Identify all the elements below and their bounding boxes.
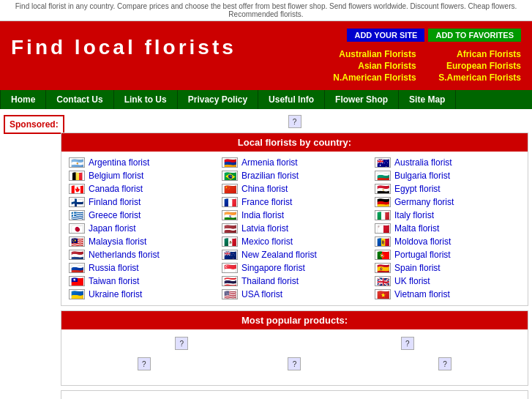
country-link[interactable]: Spain florist	[394, 263, 441, 273]
country-item: 🇩🇪Germany florist	[375, 197, 520, 207]
country-link[interactable]: Japan florist	[89, 223, 136, 234]
nav-item[interactable]: Useful Info	[258, 90, 325, 109]
nav-item[interactable]: Contact Us	[46, 90, 113, 109]
nav-item[interactable]: Flower Shop	[325, 90, 399, 109]
country-link[interactable]: USA florist	[241, 289, 282, 299]
country-link[interactable]: Australia florist	[394, 157, 452, 168]
flag-icon: 🇫🇮	[69, 197, 85, 207]
country-link[interactable]: China florist	[241, 184, 288, 194]
header-link[interactable]: Australian Florists	[333, 49, 416, 59]
flag-icon: 🇩🇪	[375, 197, 391, 207]
bottom-box	[61, 390, 528, 399]
country-link[interactable]: New Zealand florist	[241, 250, 317, 260]
country-link[interactable]: Armenia florist	[241, 157, 298, 168]
country-item: 🇵🇹Portugal florist	[375, 250, 520, 260]
header-link[interactable]: Asian Florists	[333, 61, 416, 71]
header-link[interactable]: African Florists	[438, 49, 521, 59]
flag-icon: 🇲🇹	[375, 223, 391, 234]
navbar: HomeContact UsLink to UsPrivacy PolicyUs…	[0, 90, 532, 109]
flag-icon: 🇦🇺	[375, 157, 391, 168]
country-item: 🇬🇷Greece florist	[69, 210, 214, 220]
nav-item[interactable]: Home	[0, 90, 46, 109]
country-link[interactable]: Taiwan florist	[89, 276, 139, 286]
flag-icon: 🇸🇬	[222, 263, 238, 273]
country-table-header: Local florists by country:	[61, 133, 528, 152]
country-link[interactable]: Russia florist	[89, 263, 139, 273]
popular-item: ?	[138, 357, 151, 370]
country-link[interactable]: Argentina florist	[89, 157, 149, 168]
flag-icon: 🇻🇳	[375, 289, 391, 299]
country-link[interactable]: Canada florist	[89, 184, 143, 194]
country-link[interactable]: Greece florist	[89, 210, 141, 220]
country-link[interactable]: Moldova florist	[394, 236, 451, 247]
country-link[interactable]: Portugal florist	[394, 250, 451, 260]
country-link[interactable]: Italy florist	[394, 210, 434, 220]
country-item: 🇯🇵Japan florist	[69, 223, 214, 234]
flag-icon: 🇲🇩	[375, 236, 391, 247]
flag-icon: 🇳🇱	[69, 250, 85, 260]
nav-item[interactable]: Privacy Policy	[178, 90, 258, 109]
add-favorites-button[interactable]: ADD TO FAVORITES	[428, 29, 521, 42]
country-table-body: 🇦🇷Argentina florist🇦🇲Armenia florist🇦🇺Au…	[61, 152, 528, 305]
country-link[interactable]: Mexico florist	[241, 236, 293, 247]
country-item: 🇹🇭Thailand florist	[222, 276, 367, 286]
country-item: 🇮🇹Italy florist	[375, 210, 520, 220]
country-link[interactable]: UK florist	[394, 276, 430, 286]
popular-icon-3: ?	[138, 357, 151, 370]
header-link[interactable]: European Florists	[438, 61, 521, 71]
flag-icon: 🇪🇸	[375, 263, 391, 273]
sponsored-label: Sponsored:	[4, 115, 64, 134]
header-link[interactable]: N.American Florists	[333, 72, 416, 83]
flag-icon: 🇮🇹	[375, 210, 391, 220]
country-item: 🇧🇬Bulgaria florist	[375, 171, 520, 181]
country-item: 🇲🇽Mexico florist	[222, 236, 367, 247]
country-item: 🇦🇲Armenia florist	[222, 157, 367, 168]
country-link[interactable]: France florist	[241, 197, 292, 207]
country-link[interactable]: Bulgaria florist	[394, 171, 450, 181]
country-link[interactable]: Egypt florist	[394, 184, 441, 194]
popular-item: ?	[401, 337, 414, 350]
country-item: 🇦🇺Australia florist	[375, 157, 520, 168]
country-item: 🇺🇦Ukraine florist	[69, 289, 214, 299]
country-item: 🇨🇦Canada florist	[69, 184, 214, 194]
flag-icon: 🇪🇬	[375, 184, 391, 194]
country-link[interactable]: Belgium florist	[89, 171, 143, 181]
flag-icon: 🇫🇷	[222, 197, 238, 207]
country-link[interactable]: India florist	[241, 210, 284, 220]
country-link[interactable]: Germany florist	[394, 197, 454, 207]
country-link[interactable]: Malaysia florist	[89, 236, 146, 247]
country-link[interactable]: Malta florist	[394, 223, 439, 234]
country-link[interactable]: Latvia florist	[241, 223, 288, 234]
header-link[interactable]: S.American Florists	[438, 72, 521, 83]
country-link[interactable]: Thailand florist	[241, 276, 299, 286]
country-link[interactable]: Finland florist	[89, 197, 141, 207]
nav-item[interactable]: Site Map	[399, 90, 456, 109]
popular-item: ?	[288, 357, 301, 370]
country-link[interactable]: Vietnam florist	[394, 289, 450, 299]
popular-row-2: ? ? ?	[69, 357, 520, 370]
flag-icon: 🇲🇾	[69, 236, 85, 247]
add-site-button[interactable]: ADD YOUR SITE	[347, 29, 424, 42]
country-link[interactable]: Brazilian florist	[241, 171, 299, 181]
content: Sponsored: ? Local florists by country: …	[0, 109, 532, 399]
flag-icon: 🇺🇸	[222, 289, 238, 299]
nav-item[interactable]: Link to Us	[114, 90, 178, 109]
country-item: 🇷🇺Russia florist	[69, 263, 214, 273]
popular-icon-4: ?	[288, 357, 301, 370]
flag-icon: 🇱🇻	[222, 223, 238, 234]
country-link[interactable]: Ukraine florist	[89, 289, 142, 299]
sidebar: Sponsored:	[4, 115, 55, 399]
header: Find local florists ADD YOUR SITE ADD TO…	[0, 21, 532, 90]
header-right: ADD YOUR SITE ADD TO FAVORITES Australia…	[333, 29, 521, 83]
country-item: 🇪🇬Egypt florist	[375, 184, 520, 194]
flag-icon: 🇹🇭	[222, 276, 238, 286]
country-item: 🇲🇩Moldova florist	[375, 236, 520, 247]
site-title: Find local florists	[11, 29, 333, 59]
country-item: 🇮🇳India florist	[222, 210, 367, 220]
country-item: 🇪🇸Spain florist	[375, 263, 520, 273]
country-link[interactable]: Singapore florist	[241, 263, 305, 273]
header-buttons: ADD YOUR SITE ADD TO FAVORITES	[347, 29, 521, 42]
popular-icon-2: ?	[401, 337, 414, 350]
question-icon-top: ?	[288, 115, 301, 128]
country-link[interactable]: Netherlands florist	[89, 250, 160, 260]
